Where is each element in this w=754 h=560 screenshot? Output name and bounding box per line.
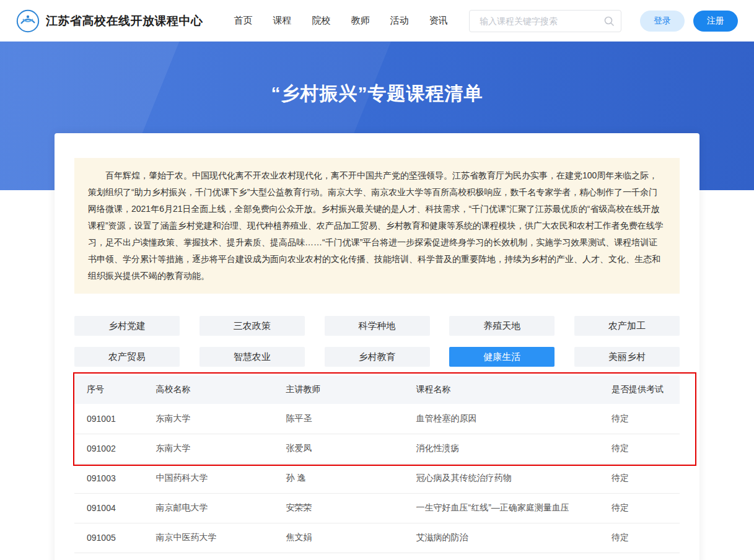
col-header-teacher: 主讲教师 (273, 375, 403, 404)
auth-buttons: 登录 注册 (640, 11, 738, 32)
nav-item-schools[interactable]: 院校 (312, 15, 331, 27)
category-beautiful-village[interactable]: 美丽乡村 (574, 347, 680, 367)
cell-school: 中国药科大学 (143, 463, 273, 493)
cell-course: 冠心病及其传统治疗药物 (403, 463, 599, 493)
login-button[interactable]: 登录 (640, 11, 685, 32)
table-row: 091005 南京中医药大学 焦文娟 艾滋病的防治 待定 (74, 523, 680, 553)
nav-item-activities[interactable]: 活动 (390, 15, 409, 27)
cell-teacher: 严姝霞 (273, 553, 403, 560)
nav-item-courses[interactable]: 课程 (273, 15, 292, 27)
search-icon[interactable] (603, 15, 615, 27)
content-card: 百年辉煌，肇始于农。中国现代化离不开农业农村现代化，离不开中国共产党的坚强领导。… (55, 133, 699, 560)
col-header-course: 课程名称 (403, 375, 599, 404)
main-nav: 首页 课程 院校 教师 活动 资讯 (234, 15, 448, 27)
page-title: “乡村振兴”专题课程清单 (0, 42, 754, 107)
top-header: 江苏省高校在线开放课程中心 首页 课程 院校 教师 活动 资讯 登录 注册 (0, 0, 754, 42)
cell-school: 东南大学 (143, 404, 273, 434)
category-agri-processing[interactable]: 农产加工 (574, 316, 680, 336)
search-input[interactable] (478, 15, 603, 27)
col-header-school: 高校名称 (143, 375, 273, 404)
table-row: 091006 南京中医药大学 严姝霞 感冒的预防、治疗与调护 待定 (74, 553, 680, 560)
category-rural-education[interactable]: 乡村教育 (325, 347, 430, 367)
cell-school: 南京中医药大学 (143, 553, 273, 560)
table-row: 091002 东南大学 张爱凤 消化性溃疡 待定 (74, 434, 680, 463)
cell-exam: 待定 (599, 434, 680, 463)
cell-exam: 待定 (599, 463, 680, 493)
cell-course: 感冒的预防、治疗与调护 (403, 553, 599, 560)
nav-item-news[interactable]: 资讯 (429, 15, 448, 27)
cell-serial: 091005 (74, 523, 143, 553)
cell-serial: 091001 (74, 404, 143, 434)
nav-item-home[interactable]: 首页 (234, 15, 253, 27)
category-agri-policy[interactable]: 三农政策 (199, 316, 305, 336)
category-scientific-farming[interactable]: 科学种地 (325, 316, 430, 336)
cell-serial: 091006 (74, 553, 143, 560)
table-row: 091004 南京邮电大学 安荣荣 一生守好血压“红线”—正确家庭测量血压 待定 (74, 493, 680, 523)
category-healthy-life[interactable]: 健康生活 (449, 347, 555, 367)
table-row: 091003 中国药科大学 孙 逸 冠心病及其传统治疗药物 待定 (74, 463, 680, 493)
cell-teacher: 焦文娟 (273, 523, 403, 553)
category-breeding[interactable]: 养殖天地 (449, 316, 555, 336)
cell-exam: 待定 (599, 553, 680, 560)
table-row: 091001 东南大学 陈平圣 血管栓塞的原因 待定 (74, 404, 680, 434)
logo-area: 江苏省高校在线开放课程中心 (16, 9, 203, 33)
cell-school: 东南大学 (143, 434, 273, 463)
cell-serial: 091003 (74, 463, 143, 493)
cell-exam: 待定 (599, 523, 680, 553)
cell-serial: 091004 (74, 493, 143, 523)
cell-school: 南京邮电大学 (143, 493, 273, 523)
intro-text: 百年辉煌，肇始于农。中国现代化离不开农业农村现代化，离不开中国共产党的坚强领导。… (88, 167, 666, 284)
cell-teacher: 安荣荣 (273, 493, 403, 523)
category-agri-trade[interactable]: 农产贸易 (74, 347, 180, 367)
search-box (469, 10, 621, 32)
category-rural-party-building[interactable]: 乡村党建 (74, 316, 180, 336)
col-header-exam: 是否提供考试 (599, 375, 680, 404)
cell-exam: 待定 (599, 493, 680, 523)
course-table-wrap: 序号 高校名称 主讲教师 课程名称 是否提供考试 091001 东南大学 陈平圣… (74, 375, 680, 560)
cell-course: 血管栓塞的原因 (403, 404, 599, 434)
intro-box: 百年辉煌，肇始于农。中国现代化离不开农业农村现代化，离不开中国共产党的坚强领导。… (74, 158, 680, 294)
cell-teacher: 陈平圣 (273, 404, 403, 434)
cell-serial: 091002 (74, 434, 143, 463)
cell-teacher: 张爱凤 (273, 434, 403, 463)
table-header-row: 序号 高校名称 主讲教师 课程名称 是否提供考试 (74, 375, 680, 404)
cell-course: 一生守好血压“红线”—正确家庭测量血压 (403, 493, 599, 523)
category-filter: 乡村党建 三农政策 科学种地 养殖天地 农产加工 农产贸易 智慧农业 乡村教育 … (74, 316, 680, 367)
col-header-serial: 序号 (74, 375, 143, 404)
nav-item-teachers[interactable]: 教师 (351, 15, 370, 27)
site-title: 江苏省高校在线开放课程中心 (46, 13, 203, 29)
cell-course: 消化性溃疡 (403, 434, 599, 463)
cell-course: 艾滋病的防治 (403, 523, 599, 553)
register-button[interactable]: 注册 (693, 11, 738, 32)
course-table: 序号 高校名称 主讲教师 课程名称 是否提供考试 091001 东南大学 陈平圣… (74, 375, 680, 560)
cell-school: 南京中医药大学 (143, 523, 273, 553)
category-smart-agriculture[interactable]: 智慧农业 (199, 347, 305, 367)
site-logo-icon (16, 9, 40, 33)
cell-teacher: 孙 逸 (273, 463, 403, 493)
cell-exam: 待定 (599, 404, 680, 434)
